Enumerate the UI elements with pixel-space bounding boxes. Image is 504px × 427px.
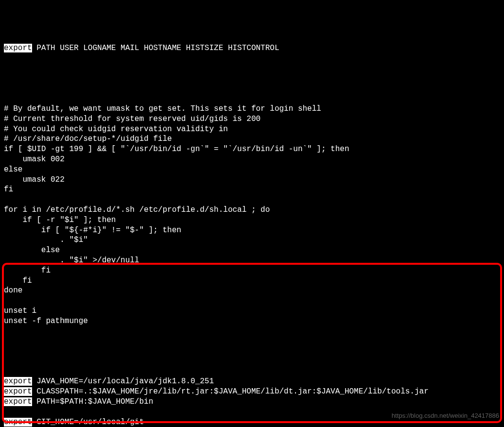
script-line	[4, 94, 500, 104]
script-line: if [ $UID -gt 199 ] && [ "`/usr/bin/id -…	[4, 144, 500, 154]
script-line: fi	[4, 185, 500, 195]
script-line: fi	[4, 266, 500, 276]
script-line: # Current threshold for system reserved …	[4, 114, 500, 124]
script-line: export PATH USER LOGNAME MAIL HOSTNAME H…	[4, 43, 500, 53]
export-keyword: export	[4, 418, 32, 427]
script-line: # By default, we want umask to get set. …	[4, 104, 500, 114]
script-line: umask 022	[4, 175, 500, 185]
script-line: fi	[4, 276, 500, 286]
script-line	[4, 195, 500, 205]
export-assignment: JAVA_HOME=/usr/local/java/jdk1.8.0_251	[32, 377, 214, 386]
script-line: umask 002	[4, 154, 500, 165]
script-body: # By default, we want umask to get set. …	[4, 94, 500, 336]
env-export-line: export CLASSPATH=.:$JAVA_HOME/jre/lib/rt…	[4, 387, 500, 397]
export-keyword: export	[4, 377, 32, 386]
export-keyword: export	[4, 44, 32, 52]
script-line: if [ -r "$i" ]; then	[4, 215, 500, 225]
export-keyword: export	[4, 387, 32, 396]
script-line: else	[4, 245, 500, 256]
script-line: if [ "${-#*i}" != "$-" ]; then	[4, 225, 500, 236]
script-line: done	[4, 286, 500, 296]
script-line: for i in /etc/profile.d/*.sh /etc/profil…	[4, 205, 500, 215]
env-export-line: export JAVA_HOME=/usr/local/java/jdk1.8.…	[4, 376, 500, 387]
script-line	[4, 326, 500, 337]
export-assignment: GIT_HOME=/usr/local/git	[32, 418, 144, 427]
terminal-viewport[interactable]: export PATH USER LOGNAME MAIL HOSTNAME H…	[0, 0, 504, 427]
script-line: else	[4, 165, 500, 175]
script-line: unset -f pathmunge	[4, 316, 500, 326]
script-line: # /usr/share/doc/setup-*/uidgid file	[4, 134, 500, 144]
script-line	[4, 296, 500, 306]
env-export-line: export PATH=$PATH:$JAVA_HOME/bin	[4, 397, 500, 407]
script-line: unset i	[4, 306, 500, 316]
script-line: # You could check uidgid reservation val…	[4, 124, 500, 135]
export-args: PATH USER LOGNAME MAIL HOSTNAME HISTSIZE…	[32, 44, 279, 52]
script-line: . "$i"	[4, 235, 500, 245]
export-keyword: export	[4, 397, 32, 406]
watermark: https://blog.csdn.net/weixin_42417886	[392, 412, 499, 420]
export-assignment: PATH=$PATH:$JAVA_HOME/bin	[32, 397, 154, 406]
script-line: . "$i" >/dev/null	[4, 256, 500, 266]
export-assignment: CLASSPATH=.:$JAVA_HOME/jre/lib/rt.jar:$J…	[32, 387, 429, 396]
